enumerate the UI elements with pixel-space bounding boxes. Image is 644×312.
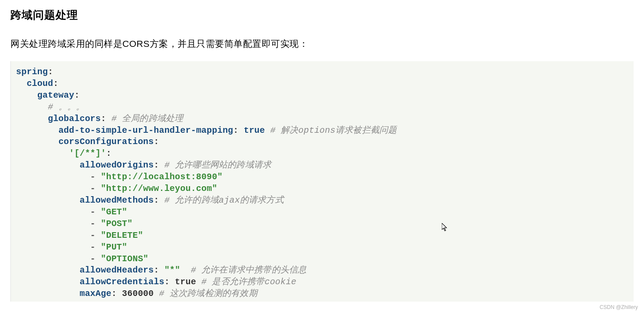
key-allowedorigins: allowedOrigins [79,160,154,170]
description-text: 网关处理跨域采用的同样是CORS方案，并且只需要简单配置即可实现： [10,38,634,50]
key-allowedmethods: allowedMethods [79,195,154,205]
page-title: 跨域问题处理 [10,8,634,22]
value-method-post: "POST" [101,219,132,229]
value-method-put: "PUT" [101,242,127,252]
key-spring: spring [16,67,48,77]
key-globalcors: globalcors [48,114,101,124]
yaml-code-block: spring: cloud: gateway: # 。。。 globalcors… [10,61,634,302]
watermark-text: CSDN @Zhillery [600,304,638,310]
comment-maxage: # 这次跨域检测的有效期 [159,289,257,299]
comment-allowcredentials: # 是否允许携带cookie [201,277,296,287]
value-method-get: "GET" [101,207,127,217]
value-maxage: 360000 [122,289,154,299]
value-true-2: true [175,277,196,287]
comment-ellipsis: # 。。。 [48,102,85,112]
value-method-delete: "DELETE" [101,230,143,240]
key-addto: add-to-simple-url-handler-mapping [59,125,233,135]
comment-allowedorigins: # 允许哪些网站的跨域请求 [164,160,272,170]
key-gateway: gateway [37,90,74,100]
value-origin-2: "http://www.leyou.com" [101,184,217,194]
comment-addto: # 解决options请求被拦截问题 [270,125,397,135]
key-allowcredentials: allowCredentials [79,277,164,287]
key-maxage: maxAge [79,289,111,299]
value-star: "*" [164,265,181,275]
value-true-1: true [244,125,265,135]
comment-globalcors: # 全局的跨域处理 [112,114,184,124]
value-origin-1: "http://localhost:8090" [101,172,223,182]
comment-allowedheaders: # 允许在请求中携带的头信息 [191,265,307,275]
key-allowedheaders: allowedHeaders [79,265,154,275]
value-path: '[/**]' [69,148,106,158]
value-method-options: "OPTIONS" [101,254,148,264]
key-cloud: cloud [26,79,53,89]
comment-allowedmethods: # 允许的跨域ajax的请求方式 [164,195,284,205]
key-corscfg: corsConfigurations [59,137,154,147]
